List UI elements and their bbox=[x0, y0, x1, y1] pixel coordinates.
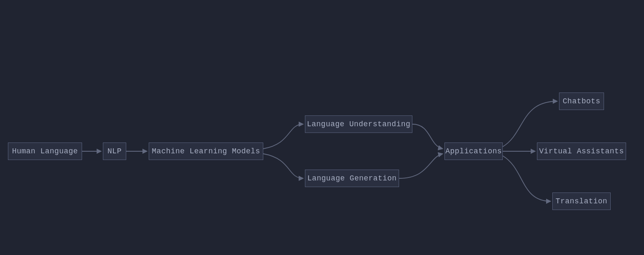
node-translation: Translation bbox=[552, 192, 611, 210]
node-label: Language Generation bbox=[307, 174, 397, 182]
node-machine-learning-models: Machine Learning Models bbox=[149, 142, 263, 160]
node-human-language: Human Language bbox=[8, 142, 82, 160]
node-label: Virtual Assistants bbox=[539, 147, 624, 155]
node-label: Translation bbox=[556, 197, 607, 205]
node-label: NLP bbox=[107, 147, 122, 155]
edge-lg-apps bbox=[399, 154, 443, 178]
diagram-canvas: Human Language NLP Machine Learning Mode… bbox=[0, 0, 644, 255]
edge-lu-apps bbox=[412, 124, 443, 149]
node-label: Human Language bbox=[12, 147, 78, 155]
node-label: Chatbots bbox=[563, 97, 600, 105]
node-virtual-assistants: Virtual Assistants bbox=[537, 142, 626, 160]
node-language-understanding: Language Understanding bbox=[305, 115, 412, 133]
node-applications: Applications bbox=[444, 142, 503, 160]
edge-apps-translation bbox=[503, 156, 551, 201]
edge-mlm-lg bbox=[263, 154, 303, 178]
edge-apps-chatbots bbox=[503, 101, 557, 147]
node-label: Language Understanding bbox=[307, 120, 411, 128]
node-nlp: NLP bbox=[103, 142, 126, 160]
node-label: Machine Learning Models bbox=[152, 147, 260, 155]
node-label: Applications bbox=[445, 147, 502, 155]
edge-mlm-lu bbox=[263, 124, 303, 149]
node-chatbots: Chatbots bbox=[559, 92, 604, 110]
node-language-generation: Language Generation bbox=[305, 170, 399, 187]
